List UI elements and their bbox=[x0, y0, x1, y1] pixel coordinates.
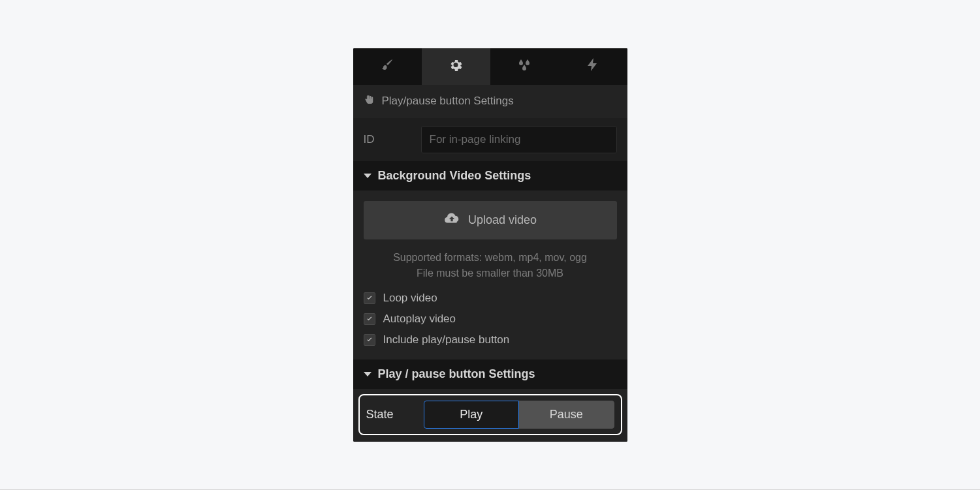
bg-video-options: Loop video Autoplay video Include play/p… bbox=[353, 285, 627, 360]
checkbox-loop[interactable] bbox=[364, 292, 375, 304]
gear-icon bbox=[448, 57, 464, 76]
state-play-button[interactable]: Play bbox=[424, 401, 520, 429]
label-include-btn: Include play/pause button bbox=[383, 333, 510, 346]
upload-area: Upload video bbox=[353, 191, 627, 242]
section-title: Play / pause button Settings bbox=[378, 367, 535, 381]
upload-note: Supported formats: webm, mp4, mov, ogg F… bbox=[353, 242, 627, 285]
checkbox-autoplay[interactable] bbox=[364, 313, 375, 325]
label-autoplay: Autoplay video bbox=[383, 313, 456, 326]
state-pause-button[interactable]: Pause bbox=[519, 401, 614, 429]
id-input[interactable] bbox=[421, 126, 617, 153]
bolt-icon bbox=[585, 57, 601, 76]
section-title: Background Video Settings bbox=[378, 169, 531, 183]
option-include-playpause: Include play/pause button bbox=[364, 329, 617, 350]
option-autoplay-video: Autoplay video bbox=[364, 309, 617, 329]
tab-bar bbox=[353, 48, 627, 85]
note-line-2: File must be smaller than 30MB bbox=[364, 266, 617, 281]
settings-panel: Play/pause button Settings ID Background… bbox=[353, 48, 627, 442]
cloud-upload-icon bbox=[443, 210, 460, 230]
label-loop: Loop video bbox=[383, 292, 437, 305]
brush-icon bbox=[379, 57, 395, 76]
section-playpause-header[interactable]: Play / pause button Settings bbox=[353, 360, 627, 389]
tab-settings[interactable] bbox=[422, 48, 490, 85]
tab-effects[interactable] bbox=[490, 48, 559, 85]
option-loop-video: Loop video bbox=[364, 288, 617, 309]
caret-down-icon bbox=[364, 174, 371, 178]
droplets-icon bbox=[516, 57, 532, 76]
state-toggle-group: Play Pause bbox=[424, 401, 614, 429]
note-line-1: Supported formats: webm, mp4, mov, ogg bbox=[364, 250, 617, 266]
breadcrumb-title: Play/pause button Settings bbox=[382, 95, 514, 108]
caret-down-icon bbox=[364, 372, 371, 376]
id-label: ID bbox=[364, 133, 411, 146]
tab-interactions[interactable] bbox=[559, 48, 627, 85]
state-row-highlight: State Play Pause bbox=[358, 394, 622, 435]
state-label: State bbox=[366, 408, 419, 421]
grab-icon bbox=[364, 94, 375, 109]
id-row: ID bbox=[353, 118, 627, 161]
tab-style[interactable] bbox=[353, 48, 422, 85]
checkbox-include-btn[interactable] bbox=[364, 334, 375, 346]
breadcrumb: Play/pause button Settings bbox=[353, 85, 627, 118]
state-area: State Play Pause bbox=[353, 389, 627, 442]
upload-label: Upload video bbox=[468, 213, 537, 227]
upload-video-button[interactable]: Upload video bbox=[364, 201, 617, 239]
section-bg-video-header[interactable]: Background Video Settings bbox=[353, 161, 627, 191]
